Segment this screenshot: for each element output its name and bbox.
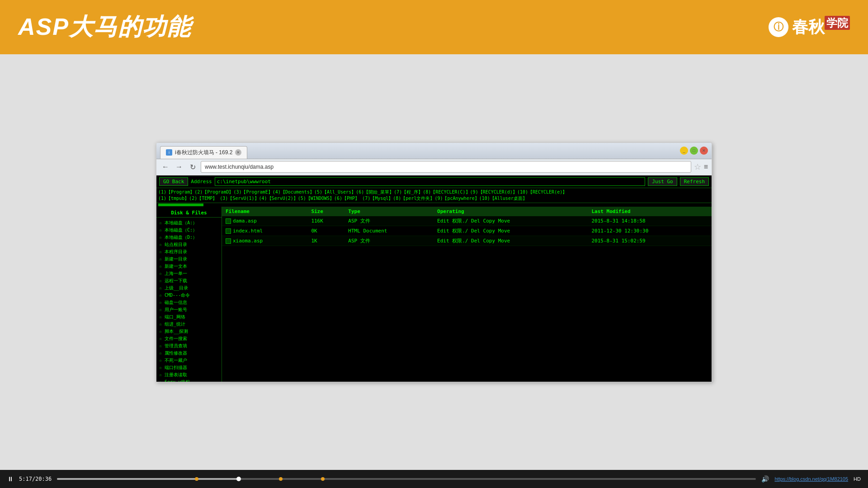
sidebar-item[interactable]: ☆ 本程序目录 <box>156 248 222 256</box>
file-ops[interactable]: Edit 权限./ Del Copy Move <box>434 226 588 236</box>
sidebar-item[interactable]: ☆ 上海一单一 <box>156 270 222 277</box>
logo-text: 春秋学院 <box>792 16 850 38</box>
sidebar-item[interactable]: ☆ 组进_统计 <box>156 321 222 328</box>
minimize-button[interactable]: _ <box>680 147 688 155</box>
sidebar-item[interactable]: ☆ 远程一下载 <box>156 277 222 284</box>
active-tab[interactable]: i i春秋过防火墙马 - 169.2 ✕ <box>160 146 247 159</box>
resolution-display: HD <box>854 476 861 482</box>
col-size: Size <box>307 207 344 216</box>
file-modified: 2011-12-30 12:30:30 <box>588 226 712 236</box>
sidebar-item[interactable]: ☆ 新建一目录 <box>156 256 222 263</box>
sidebar-item[interactable]: ☆ CMD---命令 <box>156 292 222 299</box>
sidebar-item[interactable]: ☆ 文件一搜索 <box>156 335 222 342</box>
sidebar-item[interactable]: ☆ 注册表读取 <box>156 371 222 379</box>
tab-favicon: i <box>166 149 172 156</box>
page-title: ASP大马的功能 <box>18 11 191 43</box>
sidebar-item[interactable]: ☆ 本地磁盘（D:） <box>156 234 222 241</box>
shell-progress <box>156 203 712 207</box>
shell-topbar: GO Back Address Just Go Refresh <box>156 175 712 188</box>
quicklinks-row-2: (1)【tmpub】(2)【TEMP】 (3)【ServU(1)】(4)【Ser… <box>158 195 710 202</box>
sidebar-item[interactable]: ☆ 本地磁盘（A:） <box>156 219 222 227</box>
address-bar[interactable]: www.test.ichunqiu/dama.asp <box>201 161 691 173</box>
main-area: i i春秋过防火墙马 - 169.2 ✕ _ □ ✕ ← → ↻ www.tes… <box>0 54 868 470</box>
file-size: 116K <box>307 216 344 226</box>
file-name[interactable]: index.html <box>222 226 307 236</box>
tab-label: i春秋过防火墙马 - 169.2 <box>175 149 232 156</box>
sidebar-item[interactable]: ☆ 上级__目录 <box>156 284 222 292</box>
volume-button[interactable]: 🔊 <box>761 475 769 483</box>
sidebar-item[interactable]: ☆ 不死一藏户 <box>156 357 222 364</box>
video-progress-fill <box>57 478 239 480</box>
table-row: dama.asp 116K ASP 文件 Edit 权限./ Del Copy … <box>222 216 712 226</box>
file-size: 0K <box>307 226 344 236</box>
logo-icon: ⓘ <box>769 17 788 37</box>
shell-filearea: Filename Size Type Operating Last Modifi… <box>222 207 712 382</box>
file-type: HTML Document <box>344 226 434 236</box>
file-ops[interactable]: Edit 权限./ Del Copy Move <box>434 236 588 246</box>
time-display: 5:17/20:36 <box>19 476 52 482</box>
sidebar-item[interactable]: ☆ 站点根目录 <box>156 241 222 248</box>
col-filename: Filename <box>222 207 307 216</box>
sidebar-item[interactable]: ☆ 新建一文本 <box>156 263 222 270</box>
menu-button[interactable]: ≡ <box>704 163 708 171</box>
sidebar-item[interactable]: ☆ 本地磁盘（C:） <box>156 227 222 234</box>
maximize-button[interactable]: □ <box>690 147 698 155</box>
file-type: ASP 文件 <box>344 236 434 246</box>
window-controls: _ □ ✕ <box>680 147 708 155</box>
webshell-container: GO Back Address Just Go Refresh (1)【Prog… <box>156 175 712 382</box>
shell-quicklinks: (1)【Program】(2)【ProgramD】(3)【ProgramE】(4… <box>156 188 712 203</box>
close-button[interactable]: ✕ <box>700 147 708 155</box>
table-row: index.html 0K HTML Document Edit 权限./ De… <box>222 226 712 236</box>
col-modified: Last Modified <box>588 207 712 216</box>
chapter-dot-2 <box>279 477 283 481</box>
file-table-body: dama.asp 116K ASP 文件 Edit 权限./ Del Copy … <box>222 216 712 246</box>
go-back-button[interactable]: GO Back <box>159 177 188 186</box>
browser-chrome: i i春秋过防火墙马 - 169.2 ✕ _ □ ✕ <box>156 143 712 159</box>
table-row: xiaoma.asp 1K ASP 文件 Edit 权限./ Del Copy … <box>222 236 712 246</box>
sidebar-title: Disk & Files <box>156 208 222 218</box>
file-name[interactable]: dama.asp <box>222 216 307 226</box>
just-go-button[interactable]: Just Go <box>648 177 677 186</box>
shell-address-input[interactable] <box>215 177 646 186</box>
file-modified: 2015-8-31 15:02:59 <box>588 236 712 246</box>
sidebar-item[interactable]: ☆ 端口扫描器 <box>156 364 222 371</box>
chapter-dot-3 <box>321 477 325 481</box>
navigation-bar: ← → ↻ www.test.ichunqiu/dama.asp ☆ ≡ <box>156 159 712 175</box>
file-type: ASP 文件 <box>344 216 434 226</box>
file-table: Filename Size Type Operating Last Modifi… <box>222 207 712 246</box>
sidebar-item[interactable]: ☆ 磁盘一信息 <box>156 299 222 306</box>
quicklinks-row-1: (1)【Program】(2)【ProgramD】(3)【ProgramE】(4… <box>158 189 710 195</box>
file-modified: 2015-8-31 14:18:58 <box>588 216 712 226</box>
address-label: Address <box>191 179 212 185</box>
refresh-button[interactable]: Refresh <box>680 177 709 186</box>
tab-close-button[interactable]: ✕ <box>235 149 241 156</box>
browser-window: i i春秋过防火墙马 - 169.2 ✕ _ □ ✕ ← → ↻ www.tes… <box>156 142 712 382</box>
back-button[interactable]: ← <box>160 161 171 172</box>
col-type: Type <box>344 207 434 216</box>
shell-content: Disk & Files ☆ 本地磁盘（A:）☆ 本地磁盘（C:）☆ 本地磁盘（… <box>156 207 712 382</box>
file-ops[interactable]: Edit 权限./ Del Copy Move <box>434 216 588 226</box>
video-progress-track[interactable] <box>57 478 756 480</box>
forward-button[interactable]: → <box>174 161 184 172</box>
file-name[interactable]: xiaoma.asp <box>222 236 307 246</box>
col-operating: Operating <box>434 207 588 216</box>
sidebar-item[interactable]: ☆ Serv_u提权 <box>156 379 222 382</box>
video-progress-dot <box>236 477 241 481</box>
video-url[interactable]: https://blog.csdn.net/qq/1M82105 <box>774 476 848 482</box>
progress-bar-fill <box>158 204 203 206</box>
video-controls: ⏸ 5:17/20:36 🔊 https://blog.csdn.net/qq/… <box>0 470 868 488</box>
sidebar-item[interactable]: ☆ 管理员查填 <box>156 342 222 350</box>
url-text: www.test.ichunqiu/dama.asp <box>205 164 274 170</box>
sidebar-item[interactable]: ☆ 用户一账号 <box>156 306 222 313</box>
play-pause-button[interactable]: ⏸ <box>7 475 14 483</box>
reload-button[interactable]: ↻ <box>187 161 198 172</box>
sidebar-item[interactable]: ☆ 属性修改器 <box>156 350 222 357</box>
file-size: 1K <box>307 236 344 246</box>
sidebar-item[interactable]: ☆ 脚本__探测 <box>156 328 222 335</box>
bookmark-button[interactable]: ☆ <box>694 162 701 172</box>
tab-bar: i i春秋过防火墙马 - 169.2 ✕ <box>160 143 678 159</box>
logo: ⓘ 春秋学院 <box>769 16 850 38</box>
chapter-dot-1 <box>195 477 198 481</box>
sidebar-links-container: ☆ 本地磁盘（A:）☆ 本地磁盘（C:）☆ 本地磁盘（D:）☆ 站点根目录☆ 本… <box>156 219 222 382</box>
sidebar-item[interactable]: ☆ 端口_网络 <box>156 313 222 321</box>
